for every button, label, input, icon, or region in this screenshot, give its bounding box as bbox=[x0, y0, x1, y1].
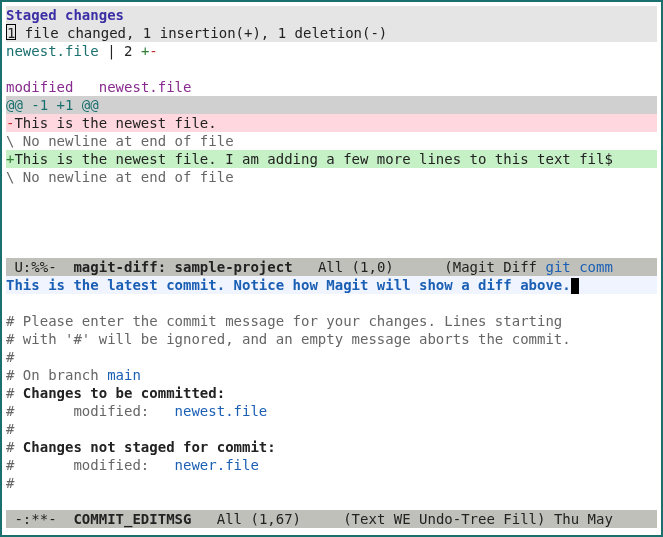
modeline-diff[interactable]: U:%%- magit-diff: sample-project All (1,… bbox=[6, 258, 657, 276]
diff-context-line: \ No newline at end of file bbox=[6, 132, 657, 150]
branch-name: main bbox=[107, 367, 141, 383]
staged-file: newest.file bbox=[175, 403, 268, 419]
magit-diffstat: 1 file changed, 1 insertion(+), 1 deleti… bbox=[6, 24, 657, 42]
diff-added-line[interactable]: +This is the newest file. I am adding a … bbox=[6, 150, 657, 168]
commit-comment-file: # modified: newer.file bbox=[6, 456, 657, 474]
commit-comment: # bbox=[6, 474, 657, 492]
commit-message-input[interactable]: This is the latest commit. Notice how Ma… bbox=[6, 276, 657, 294]
magit-section-header[interactable]: Staged changes bbox=[6, 6, 657, 24]
modeline-buffer-name: COMMIT_EDITMSG bbox=[73, 511, 191, 527]
diff-context-line: \ No newline at end of file bbox=[6, 168, 657, 186]
minibuffer[interactable] bbox=[6, 528, 657, 531]
commit-comment-heading: # Changes to be committed: bbox=[6, 384, 657, 402]
minus-icon: - bbox=[149, 43, 157, 59]
emacs-frame: Staged changes 1 file changed, 1 inserti… bbox=[0, 0, 663, 537]
commit-comment-heading: # Changes not staged for commit: bbox=[6, 438, 657, 456]
magit-filestat[interactable]: newest.file | 2 +- bbox=[6, 42, 657, 60]
blank-line bbox=[6, 294, 657, 312]
commit-comment: # with '#' will be ignored, and an empty… bbox=[6, 330, 657, 348]
blank-line bbox=[6, 492, 657, 510]
commit-comment: # bbox=[6, 348, 657, 366]
blank-line bbox=[6, 204, 657, 222]
unstaged-file: newer.file bbox=[175, 457, 259, 473]
filestat-name: newest.file bbox=[6, 43, 99, 59]
diffstat-rest: file changed, 1 insertion(+), 1 deletion… bbox=[16, 25, 387, 41]
diff-removed-line[interactable]: -This is the newest file. bbox=[6, 114, 657, 132]
emacs-inner: Staged changes 1 file changed, 1 inserti… bbox=[6, 6, 657, 531]
modeline-commit[interactable]: -:**- COMMIT_EDITMSG All (1,67) (Text WE… bbox=[6, 510, 657, 528]
blank-line bbox=[6, 240, 657, 258]
blank-line bbox=[6, 186, 657, 204]
modeline-git-link[interactable]: git comm bbox=[545, 259, 612, 275]
magit-file-header[interactable]: modified newest.file bbox=[6, 78, 657, 96]
commit-comment-file: # modified: newest.file bbox=[6, 402, 657, 420]
text-cursor bbox=[571, 278, 579, 294]
commit-comment: # bbox=[6, 420, 657, 438]
modeline-buffer-name: magit-diff: sample-project bbox=[73, 259, 292, 275]
point-cursor: 1 bbox=[6, 24, 16, 40]
commit-comment-branch: # On branch main bbox=[6, 366, 657, 384]
blank-line bbox=[6, 60, 657, 78]
magit-hunk-header[interactable]: @@ -1 +1 @@ bbox=[6, 96, 657, 114]
blank-line bbox=[6, 222, 657, 240]
commit-comment: # Please enter the commit message for yo… bbox=[6, 312, 657, 330]
